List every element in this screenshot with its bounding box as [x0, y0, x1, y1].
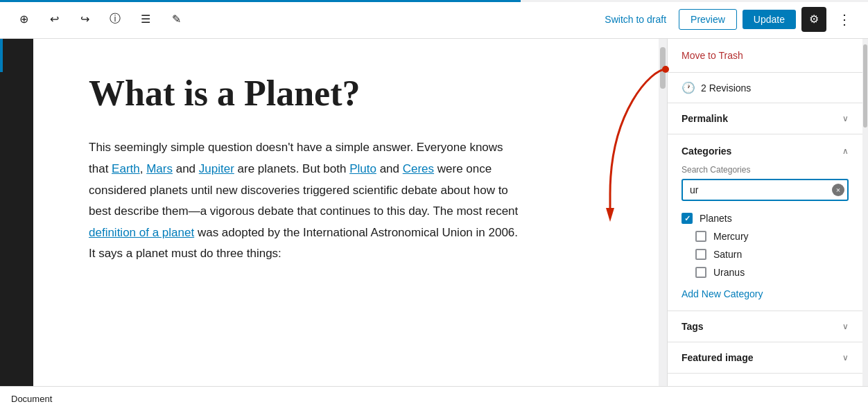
featured-image-chevron: ∨ [842, 353, 849, 362]
featured-image-header[interactable]: Featured image ∨ [668, 342, 862, 374]
mercury-checkbox[interactable] [695, 231, 706, 242]
category-uranus: Uranus [682, 263, 849, 281]
update-button[interactable]: Update [743, 10, 796, 29]
info-icon: ⓘ [110, 12, 121, 26]
add-icon: ⊕ [19, 12, 28, 26]
categories-section: Categories ∧ Search Categories × Planets… [668, 134, 862, 311]
toolbar-left: ⊕ ↩ ↪ ⓘ ☰ ✎ [11, 7, 189, 32]
sidebar-accent [0, 39, 3, 72]
info-button[interactable]: ⓘ [103, 7, 128, 32]
more-options-button[interactable]: ⋮ [832, 7, 857, 32]
settings-icon: ⚙ [809, 12, 819, 26]
add-new-category-button[interactable]: Add New Category [682, 288, 763, 299]
progress-bar [0, 0, 868, 2]
toolbar-right: Switch to draft Preview Update ⚙ ⋮ [598, 7, 857, 32]
categories-header: Categories ∧ [682, 146, 849, 157]
right-sidebar-container: Move to Trash 🕐 2 Revisions Permalink ∨ … [667, 39, 868, 411]
category-planets: Planets [682, 209, 849, 227]
search-categories-label: Search Categories [682, 165, 849, 175]
permalink-chevron: ∨ [842, 114, 849, 123]
right-sidebar: Move to Trash 🕐 2 Revisions Permalink ∨ … [667, 39, 862, 411]
revisions-row: 🕐 2 Revisions [668, 73, 862, 103]
progress-bar-fill [0, 0, 521, 2]
tags-header[interactable]: Tags ∨ [668, 311, 862, 342]
bottom-bar: Document [0, 386, 868, 411]
permalink-title: Permalink [682, 113, 728, 124]
main-layout: What is a Planet? This seemingly simple … [0, 39, 868, 411]
switch-to-draft-button[interactable]: Switch to draft [598, 10, 673, 29]
categories-chevron[interactable]: ∧ [842, 146, 849, 156]
uranus-checkbox[interactable] [695, 267, 706, 278]
post-title[interactable]: What is a Planet? [89, 72, 603, 115]
list-view-button[interactable]: ☰ [133, 7, 158, 32]
search-categories-input[interactable] [682, 179, 849, 201]
search-clear-button[interactable]: × [832, 184, 844, 196]
saturn-checkbox[interactable] [695, 249, 706, 260]
right-sidebar-scroll-thumb [863, 44, 867, 128]
redo-button[interactable]: ↪ [72, 7, 97, 32]
earth-link[interactable]: Earth [112, 162, 140, 175]
tags-chevron: ∨ [842, 322, 849, 331]
featured-image-title: Featured image [682, 352, 753, 363]
tools-button[interactable]: ✎ [164, 7, 189, 32]
definition-link[interactable]: definition of a planet [89, 226, 194, 239]
right-sidebar-scrollbar[interactable] [862, 39, 868, 411]
add-block-button[interactable]: ⊕ [11, 7, 36, 32]
category-mercury: Mercury [682, 227, 849, 245]
edit-icon: ✎ [172, 12, 181, 26]
move-to-trash-section: Move to Trash [668, 39, 862, 73]
mars-link[interactable]: Mars [146, 162, 173, 175]
editor-area[interactable]: What is a Planet? This seemingly simple … [33, 39, 659, 411]
tags-title: Tags [682, 321, 704, 332]
move-to-trash-button[interactable]: Move to Trash [668, 39, 862, 72]
mercury-label: Mercury [713, 231, 749, 242]
document-tab[interactable]: Document [11, 394, 52, 404]
saturn-label: Saturn [713, 249, 742, 260]
undo-icon: ↩ [50, 12, 59, 26]
editor-scrollbar[interactable] [659, 39, 667, 411]
search-input-wrapper: × [682, 179, 849, 201]
undo-button[interactable]: ↩ [42, 7, 67, 32]
revisions-label: 2 Revisions [701, 82, 751, 94]
jupiter-link[interactable]: Jupiter [199, 162, 234, 175]
list-icon: ☰ [141, 12, 150, 26]
planets-checkbox[interactable] [682, 213, 693, 224]
permalink-header[interactable]: Permalink ∨ [668, 103, 862, 134]
preview-button[interactable]: Preview [679, 9, 737, 30]
scrollbar-thumb [660, 47, 666, 89]
ceres-link[interactable]: Ceres [403, 162, 434, 175]
content-paragraph: This seemingly simple question doesn't h… [89, 137, 519, 265]
uranus-label: Uranus [713, 267, 745, 278]
toolbar: ⊕ ↩ ↪ ⓘ ☰ ✎ Switch to draft Preview Upda… [0, 0, 868, 39]
redo-icon: ↪ [80, 12, 89, 26]
more-icon: ⋮ [837, 11, 851, 28]
categories-title: Categories [682, 146, 731, 157]
category-saturn: Saturn [682, 245, 849, 263]
post-content[interactable]: This seemingly simple question doesn't h… [89, 137, 519, 265]
pluto-link[interactable]: Pluto [349, 162, 376, 175]
settings-button[interactable]: ⚙ [801, 7, 826, 32]
planets-label: Planets [700, 213, 732, 224]
revisions-icon: 🕐 [682, 81, 695, 94]
left-sidebar [0, 39, 33, 411]
